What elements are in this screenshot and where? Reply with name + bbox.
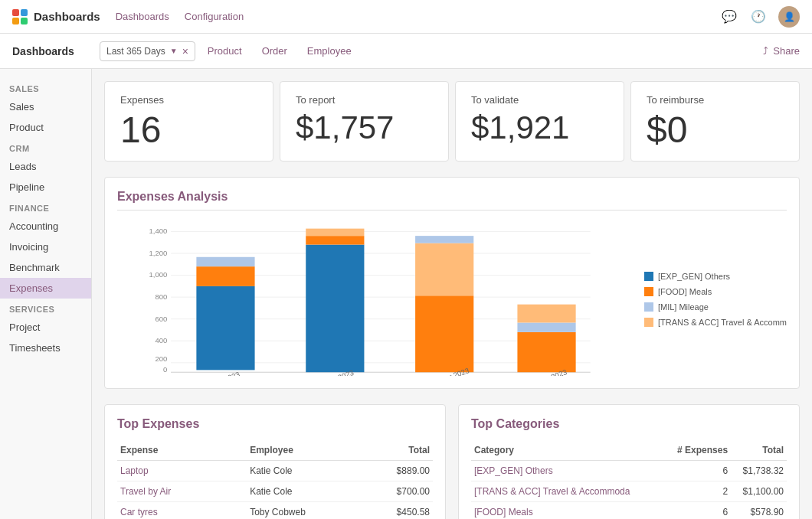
app-logo[interactable]: Dashboards — [12, 9, 100, 24]
sidebar-item-accounting[interactable]: Accounting — [0, 216, 91, 237]
expense-total: $700.00 — [361, 481, 433, 502]
app-title: Dashboards — [34, 10, 100, 23]
category-name[interactable]: [TRANS & ACC] Travel & Accommoda — [471, 481, 663, 502]
sidebar-item-project[interactable]: Project — [0, 317, 91, 338]
sidebar-item-expenses[interactable]: Expenses — [0, 278, 91, 299]
kpi-to-report-label: To report — [296, 94, 433, 106]
sidebar-item-sales[interactable]: Sales — [0, 96, 91, 117]
table-row: [EXP_GEN] Others 6 $1,738.32 — [471, 461, 787, 481]
sidebar-section-services-label: SERVICES — [0, 299, 91, 317]
nav-dashboards[interactable]: Dashboards — [116, 11, 169, 22]
legend-exp-gen: [EXP_GEN] Others — [644, 272, 787, 281]
kpi-to-report: To report $1,757 — [280, 81, 449, 162]
svg-rect-17 — [196, 266, 254, 286]
filter-order[interactable]: Order — [254, 42, 295, 60]
kpi-to-reimburse: To reimburse $0 — [630, 81, 800, 162]
sidebar-item-product[interactable]: Product — [0, 117, 91, 138]
nav-configuration[interactable]: Configuration — [185, 11, 244, 22]
svg-rect-22 — [415, 295, 473, 372]
sidebar-section-finance: FINANCE Accounting Invoicing Benchmark E… — [0, 197, 91, 299]
filter-product[interactable]: Product — [200, 42, 250, 60]
user-avatar[interactable]: 👤 — [778, 6, 800, 28]
top-categories-title: Top Categories — [471, 417, 787, 431]
category-total: $578.90 — [731, 502, 787, 520]
top-expenses-title: Top Expenses — [117, 417, 433, 431]
legend-exp-gen-color — [644, 272, 653, 281]
top-expenses-table: Expense Employee Total Laptop Katie Cole… — [117, 440, 433, 519]
legend-exp-gen-label: [EXP_GEN] Others — [658, 272, 730, 281]
category-total: $1,738.32 — [731, 461, 787, 481]
sidebar-section-finance-label: FINANCE — [0, 197, 91, 216]
expense-total: $889.00 — [361, 461, 433, 481]
sidebar-item-leads[interactable]: Leads — [0, 156, 91, 177]
top-nav: Dashboards Dashboards Configuration 💬 🕐 … — [0, 0, 812, 34]
table-row: [FOOD] Meals 6 $578.90 — [471, 502, 787, 520]
table-row: [TRANS & ACC] Travel & Accommoda 2 $1,10… — [471, 481, 787, 502]
sidebar-item-pipeline[interactable]: Pipeline — [0, 177, 91, 197]
expense-name[interactable]: Travel by Air — [117, 481, 247, 502]
expenses-analysis-section: Expenses Analysis 1,400 1,200 1,000 800 … — [104, 177, 800, 389]
category-name[interactable]: [FOOD] Meals — [471, 502, 663, 520]
secondary-nav: Dashboards Last 365 Days ▼ × Product Ord… — [0, 34, 812, 69]
filter-close-icon[interactable]: × — [182, 45, 188, 57]
sidebar-item-benchmark[interactable]: Benchmark — [0, 257, 91, 278]
share-icon: ⤴ — [763, 45, 768, 57]
svg-text:800: 800 — [155, 292, 167, 301]
kpi-to-validate-label: To validate — [471, 94, 608, 106]
clock-icon[interactable]: 🕐 — [749, 8, 768, 26]
svg-rect-20 — [306, 236, 364, 244]
expense-employee: Katie Cole — [247, 481, 360, 502]
category-total: $1,100.00 — [731, 481, 787, 502]
svg-text:400: 400 — [155, 336, 167, 344]
category-name[interactable]: [EXP_GEN] Others — [471, 461, 663, 481]
svg-text:600: 600 — [155, 315, 167, 323]
app-layout: SALES Sales Product CRM Leads Pipeline F… — [0, 69, 812, 519]
kpi-to-reimburse-value: $0 — [647, 112, 784, 149]
sidebar-section-services: SERVICES Project Timesheets — [0, 299, 91, 358]
svg-rect-18 — [196, 257, 254, 266]
table-row: Travel by Air Katie Cole $700.00 — [117, 481, 433, 502]
page-title: Dashboards — [12, 45, 74, 57]
col-expense: Expense — [117, 440, 247, 461]
legend-mileage: [MIL] Mileage — [644, 302, 787, 312]
expense-name[interactable]: Laptop — [117, 461, 247, 481]
kpi-expenses: Expenses 16 — [104, 81, 273, 162]
svg-text:1,400: 1,400 — [149, 227, 167, 235]
svg-text:0: 0 — [163, 365, 167, 374]
sidebar-item-invoicing[interactable]: Invoicing — [0, 237, 91, 257]
svg-rect-23 — [415, 243, 473, 296]
legend-mileage-label: [MIL] Mileage — [658, 302, 709, 312]
legend-food-label: [FOOD] Meals — [658, 287, 712, 296]
kpi-expenses-label: Expenses — [120, 94, 257, 106]
filter-last365[interactable]: Last 365 Days ▼ × — [100, 41, 195, 61]
bar-chart-svg: 1,400 1,200 1,000 800 600 400 200 0 — [117, 223, 626, 376]
svg-rect-24 — [415, 236, 473, 243]
svg-text:July 2023: July 2023 — [208, 370, 241, 376]
chart-container: 1,400 1,200 1,000 800 600 400 200 0 — [117, 223, 787, 376]
svg-text:200: 200 — [155, 354, 167, 363]
category-count: 6 — [663, 461, 731, 481]
legend-mileage-color — [644, 302, 653, 312]
sidebar-section-crm: CRM Leads Pipeline — [0, 138, 91, 197]
chart-area: 1,400 1,200 1,000 800 600 400 200 0 — [117, 223, 626, 376]
top-nav-icons: 💬 🕐 👤 — [720, 6, 800, 28]
kpi-to-validate: To validate $1,921 — [455, 81, 624, 162]
svg-rect-25 — [517, 332, 575, 372]
legend-travel: [TRANS & ACC] Travel & Accomm — [644, 318, 787, 327]
expense-employee: Katie Cole — [247, 461, 360, 481]
chat-icon[interactable]: 💬 — [720, 8, 738, 26]
filter-arrow-icon: ▼ — [170, 47, 178, 55]
sidebar-item-timesheets[interactable]: Timesheets — [0, 338, 91, 358]
top-expenses-section: Top Expenses Expense Employee Total Lapt… — [104, 404, 446, 519]
top-categories-section: Top Categories Category # Expenses Total… — [458, 404, 800, 519]
kpi-to-report-value: $1,757 — [296, 112, 433, 144]
category-count: 6 — [663, 502, 731, 520]
legend-food: [FOOD] Meals — [644, 287, 787, 296]
table-row: Laptop Katie Cole $889.00 — [117, 461, 433, 481]
category-count: 2 — [663, 481, 731, 502]
filter-employee[interactable]: Employee — [300, 42, 359, 60]
kpi-to-validate-value: $1,921 — [471, 112, 608, 144]
svg-rect-26 — [517, 322, 575, 331]
share-button[interactable]: ⤴ Share — [763, 45, 800, 57]
expense-name[interactable]: Car tyres — [117, 502, 247, 520]
